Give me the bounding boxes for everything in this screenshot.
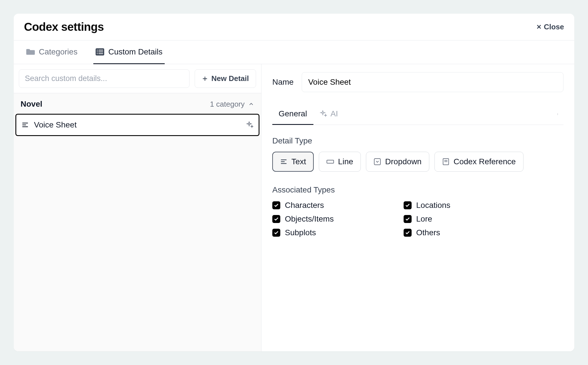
- detail-type-line[interactable]: Line: [319, 152, 361, 172]
- chevron-up-icon: [248, 101, 254, 107]
- checkbox-checked: [404, 215, 412, 223]
- detail-type-line-label: Line: [338, 157, 353, 166]
- detail-item-voice-sheet[interactable]: Voice Sheet: [15, 114, 259, 136]
- left-panel: New Detail Novel 1 category Voice Sheet: [14, 64, 261, 351]
- check-icon: [274, 203, 279, 208]
- list-icon: [96, 48, 104, 56]
- dropdown-icon: [374, 158, 381, 165]
- assoc-lore[interactable]: Lore: [404, 214, 523, 224]
- right-panel: Name General AI Detail Type T: [261, 64, 574, 351]
- close-label: Close: [544, 23, 564, 31]
- detail-type-text-label: Text: [291, 157, 306, 166]
- modal-body: New Detail Novel 1 category Voice Sheet …: [14, 64, 574, 351]
- detail-type-options: Text Line Dropdown Codex Reference: [272, 152, 563, 172]
- svg-rect-1: [97, 50, 98, 51]
- more-menu-button[interactable]: [553, 109, 563, 119]
- assoc-objects[interactable]: Objects/Items: [272, 214, 392, 224]
- close-icon: ✕: [536, 23, 541, 31]
- tab-custom-details[interactable]: Custom Details: [93, 40, 165, 64]
- close-button[interactable]: ✕ Close: [536, 23, 564, 31]
- name-input[interactable]: [302, 72, 563, 92]
- text-lines-icon: [280, 158, 287, 165]
- assoc-subplots-label: Subplots: [285, 228, 316, 237]
- svg-rect-10: [327, 160, 334, 163]
- svg-rect-5: [97, 53, 98, 54]
- group-count: 1 category: [210, 100, 245, 109]
- svg-point-7: [557, 113, 558, 113]
- checkbox-checked: [404, 201, 412, 209]
- svg-rect-2: [98, 50, 103, 51]
- group-header-novel[interactable]: Novel 1 category: [14, 93, 261, 114]
- group-meta: 1 category: [210, 100, 254, 109]
- svg-rect-4: [98, 52, 103, 52]
- associated-types-label: Associated Types: [272, 185, 563, 194]
- sparkle-icon: [246, 121, 253, 129]
- detail-type-dropdown[interactable]: Dropdown: [366, 152, 429, 172]
- detail-type-text[interactable]: Text: [272, 152, 314, 172]
- subtab-general-label: General: [279, 109, 307, 118]
- assoc-others-label: Others: [416, 228, 440, 237]
- assoc-characters-label: Characters: [285, 201, 324, 210]
- assoc-characters[interactable]: Characters: [272, 201, 392, 210]
- assoc-others[interactable]: Others: [404, 228, 523, 237]
- check-icon: [274, 216, 279, 222]
- new-detail-button[interactable]: New Detail: [195, 69, 256, 88]
- page-title: Codex settings: [24, 21, 104, 33]
- line-input-icon: [327, 158, 334, 165]
- svg-rect-11: [374, 159, 380, 165]
- plus-icon: [202, 76, 208, 82]
- svg-point-8: [557, 114, 558, 114]
- svg-rect-6: [98, 53, 103, 54]
- subtab-ai[interactable]: AI: [313, 104, 344, 125]
- subtab-general[interactable]: General: [272, 104, 313, 125]
- svg-rect-3: [97, 52, 98, 52]
- name-field-row: Name: [272, 72, 563, 92]
- svg-point-9: [557, 115, 558, 115]
- checkbox-checked: [404, 229, 412, 237]
- book-icon: [442, 158, 450, 165]
- detail-item-label: Voice Sheet: [34, 120, 241, 129]
- name-label: Name: [272, 78, 294, 87]
- new-detail-label: New Detail: [212, 74, 249, 83]
- assoc-subplots[interactable]: Subplots: [272, 228, 392, 237]
- main-tabs: Categories Custom Details: [14, 40, 574, 64]
- detail-type-codex-reference[interactable]: Codex Reference: [434, 152, 523, 172]
- subtab-ai-label: AI: [331, 109, 338, 118]
- tab-categories[interactable]: Categories: [24, 40, 80, 64]
- codex-settings-modal: Codex settings ✕ Close Categories Custom…: [14, 14, 574, 351]
- detail-type-label: Detail Type: [272, 136, 563, 145]
- tab-custom-details-label: Custom Details: [108, 47, 162, 56]
- search-input[interactable]: [19, 69, 190, 88]
- check-icon: [274, 230, 279, 235]
- assoc-locations-label: Locations: [416, 201, 450, 210]
- assoc-lore-label: Lore: [416, 214, 432, 224]
- kebab-icon: [557, 110, 559, 118]
- detail-type-dropdown-label: Dropdown: [385, 157, 422, 166]
- group-title: Novel: [21, 100, 42, 109]
- check-icon: [405, 230, 410, 235]
- checkbox-checked: [272, 229, 280, 237]
- detail-subtabs: General AI: [272, 104, 563, 125]
- check-icon: [405, 203, 410, 208]
- detail-type-codex-ref-label: Codex Reference: [454, 157, 516, 166]
- checkbox-checked: [272, 215, 280, 223]
- check-icon: [405, 216, 410, 222]
- modal-header: Codex settings ✕ Close: [14, 14, 574, 40]
- tab-categories-label: Categories: [39, 47, 77, 56]
- assoc-locations[interactable]: Locations: [404, 201, 523, 210]
- checkbox-checked: [272, 201, 280, 209]
- search-row: New Detail: [14, 64, 261, 93]
- sparkle-icon: [320, 110, 327, 117]
- folder-icon: [26, 48, 35, 56]
- associated-types-grid: Characters Locations Objects/Items Lore …: [272, 201, 523, 237]
- text-lines-icon: [21, 121, 29, 129]
- assoc-objects-label: Objects/Items: [285, 214, 334, 224]
